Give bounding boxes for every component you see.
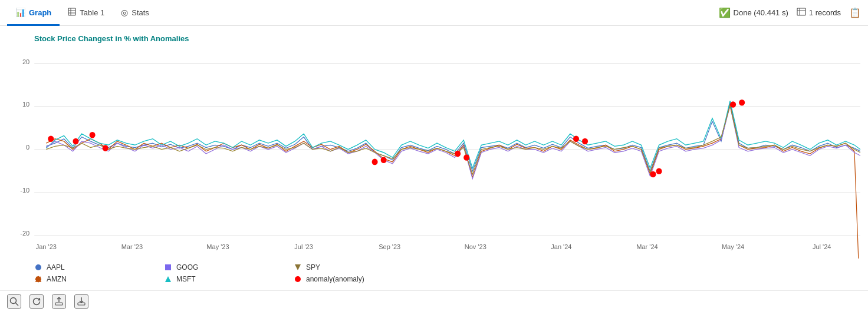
svg-text:Sep '23: Sep '23 xyxy=(379,243,400,250)
spy-label: SPY xyxy=(306,263,320,271)
svg-text:20: 20 xyxy=(22,58,29,65)
refresh-button[interactable] xyxy=(29,294,44,309)
svg-point-32 xyxy=(381,157,387,163)
svg-point-42 xyxy=(35,264,41,270)
legend-item-amzn: AMZN xyxy=(34,275,164,283)
export-button[interactable] xyxy=(52,294,66,309)
records-label: 1 records xyxy=(809,8,841,17)
svg-text:May '23: May '23 xyxy=(206,243,229,250)
done-icon: ✅ xyxy=(719,7,731,18)
aapl-label: AAPL xyxy=(47,263,65,271)
svg-text:Mar '24: Mar '24 xyxy=(636,243,657,250)
search-button[interactable] xyxy=(7,294,21,309)
legend-item-spy: SPY xyxy=(294,263,423,271)
tab-table1-label: Table 1 xyxy=(80,8,104,17)
tab-stats[interactable]: ◎ Stats xyxy=(113,1,157,26)
graph-icon: 📊 xyxy=(15,8,25,17)
svg-point-40 xyxy=(739,100,745,106)
goog-symbol xyxy=(164,263,172,271)
status-area: ✅ Done (40.441 s) 1 records 📋 xyxy=(719,7,861,18)
svg-point-31 xyxy=(372,159,378,165)
svg-text:Jul '23: Jul '23 xyxy=(294,243,313,250)
stats-icon: ◎ xyxy=(121,8,128,17)
chart-container: Stock Price Changest in % with Anomalies… xyxy=(0,26,868,290)
legend-col-3: SPY anomaly(anomaly) xyxy=(294,263,423,283)
svg-rect-4 xyxy=(797,8,805,15)
top-bar: 📊 Graph Table 1 ◎ Stats ✅ Done (40.441 s… xyxy=(0,0,868,26)
svg-text:-20: -20 xyxy=(20,230,29,237)
svg-point-37 xyxy=(650,171,656,178)
chart-title: Stock Price Changest in % with Anomalies xyxy=(5,32,863,47)
legend-item-aapl: AAPL xyxy=(34,263,164,271)
svg-point-51 xyxy=(295,276,301,282)
tab-graph-label: Graph xyxy=(29,8,51,17)
tab-table1[interactable]: Table 1 xyxy=(60,1,113,26)
table-icon xyxy=(68,8,76,18)
legend-area: AAPL AMZN GOOG xyxy=(5,259,863,288)
svg-point-27 xyxy=(48,135,54,142)
svg-text:Nov '23: Nov '23 xyxy=(465,243,486,250)
svg-point-38 xyxy=(656,168,662,174)
done-badge: ✅ Done (40.441 s) xyxy=(719,7,788,18)
svg-point-52 xyxy=(11,298,17,304)
legend-item-msft: MSFT xyxy=(164,275,294,283)
svg-text:Jan '24: Jan '24 xyxy=(551,243,571,250)
records-badge: 1 records xyxy=(797,8,841,18)
chart-svg: 20 10 0 -10 -20 Jan '23 Mar '23 May '23 … xyxy=(5,47,863,259)
svg-text:0: 0 xyxy=(26,143,29,150)
msft-label: MSFT xyxy=(176,275,196,283)
svg-text:10: 10 xyxy=(22,100,29,107)
svg-marker-50 xyxy=(295,264,301,270)
svg-point-30 xyxy=(103,145,108,151)
svg-text:-10: -10 xyxy=(20,187,29,194)
svg-point-36 xyxy=(582,138,588,145)
legend-item-goog: GOOG xyxy=(164,263,294,271)
svg-rect-0 xyxy=(68,8,75,15)
legend-col-1: AAPL AMZN xyxy=(34,263,164,283)
spy-symbol xyxy=(294,263,302,271)
chart-area: 20 10 0 -10 -20 Jan '23 Mar '23 May '23 … xyxy=(5,47,863,259)
anomaly-symbol xyxy=(294,275,302,283)
svg-point-34 xyxy=(463,154,469,161)
aapl-symbol xyxy=(34,263,42,271)
amzn-label: AMZN xyxy=(47,275,67,283)
svg-point-29 xyxy=(90,132,96,138)
svg-text:Jul '24: Jul '24 xyxy=(813,243,831,250)
download-button[interactable] xyxy=(74,294,88,309)
svg-point-33 xyxy=(455,151,461,157)
svg-line-53 xyxy=(16,303,19,306)
svg-marker-49 xyxy=(165,276,171,282)
svg-point-28 xyxy=(73,138,78,145)
svg-point-35 xyxy=(573,135,579,142)
svg-text:Mar '23: Mar '23 xyxy=(121,243,143,250)
svg-marker-47 xyxy=(35,276,41,282)
msft-symbol xyxy=(164,275,172,283)
toolbar-area xyxy=(0,290,868,313)
svg-rect-48 xyxy=(165,264,171,270)
anomaly-label: anomaly(anomaly) xyxy=(306,275,364,283)
svg-text:Jan '23: Jan '23 xyxy=(36,243,57,250)
copy-icon[interactable]: 📋 xyxy=(849,7,861,18)
legend-col-2: GOOG MSFT xyxy=(164,263,294,283)
svg-rect-54 xyxy=(55,303,63,305)
legend-item-anomaly: anomaly(anomaly) xyxy=(294,275,423,283)
done-label: Done (40.441 s) xyxy=(734,8,788,17)
goog-label: GOOG xyxy=(176,263,198,271)
tab-stats-label: Stats xyxy=(131,8,149,17)
tab-graph[interactable]: 📊 Graph xyxy=(7,1,60,26)
svg-point-39 xyxy=(730,101,736,108)
svg-text:May '24: May '24 xyxy=(722,243,744,250)
amzn-symbol xyxy=(34,275,42,283)
records-icon xyxy=(797,8,806,18)
